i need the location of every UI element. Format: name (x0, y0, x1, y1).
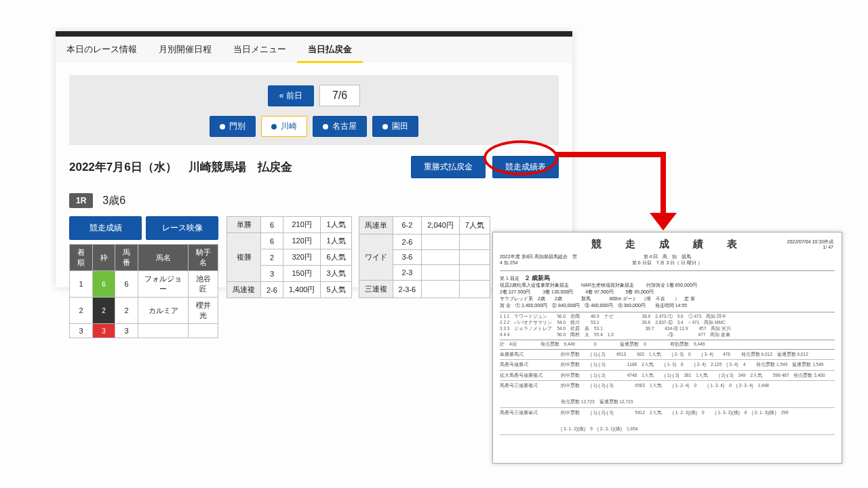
annotation-arrow (660, 152, 666, 216)
radio-dot-icon (382, 124, 388, 129)
col-num: 馬番 (115, 245, 138, 271)
col-horse: 馬名 (138, 245, 189, 271)
col-rank: 着順 (70, 245, 93, 271)
finish-table: 着順 枠 馬番 馬名 騎手名 166フォルジョー池谷匠 222カルミア櫻井光 3… (69, 244, 218, 338)
doc-bet-block: 馬番号三連勝複式的中票数( 1)-( 2)-( 3)6503 1人気( 1- 2… (500, 381, 835, 408)
doc-horse-row: 3 3 3 ジェラノメトレア 54.0 佐原 美 53.1 38.7 434-④… (500, 326, 835, 332)
doc-bet-block: 単勝勝馬式的中票数( 1)-( 2)4513603 1人気( 2- 3) 0( … (500, 350, 835, 360)
result-sheet-document: 2022/07/04 10:33作成 1/ 47 競 走 成 績 表 2022年… (492, 232, 842, 464)
page-title: 2022年7月6日（水） 川崎競馬場 払戻金 (69, 159, 292, 175)
venue-kawasaki[interactable]: 川崎 (261, 116, 307, 137)
doc-meet: 第 4 回 高 知 競馬 (612, 253, 724, 260)
doc-bet-block: 馬番号連勝式的中票数( 1)-( 2)1188 2人気( 1- 3) 8( 2-… (500, 360, 835, 370)
nav-tabs: 本日のレース情報 月別開催日程 当日メニュー 当日払戻金 (56, 37, 572, 63)
prev-day-button[interactable]: « 前日 (268, 85, 314, 106)
radio-dot-icon (220, 124, 225, 129)
race-number-badge: 1R (69, 193, 93, 208)
payout-tables: 単勝6210円1人気 複勝6120円1人気 2320円6人気 3150円3人気 … (226, 216, 490, 298)
table-row[interactable]: 166フォルジョー池谷匠 (70, 271, 218, 298)
doc-horse-row: 1 1 1 ラワードジュン 56.0 赤岡 48.9 ナビ 38.9 2,473… (500, 314, 835, 320)
tab-monthly-schedule[interactable]: 月別開催日程 (148, 37, 222, 63)
multi-win-payout-button[interactable]: 重勝式払戻金 (411, 156, 486, 178)
tab-today-payout[interactable]: 当日払戻金 (297, 37, 363, 63)
venue-sonoda[interactable]: 園田 (372, 116, 418, 137)
filter-panel: « 前日 7/6 門別 川崎 名古屋 園田 (69, 75, 559, 145)
table-row[interactable]: 222カルミア櫻井光 (70, 298, 218, 324)
doc-title: 競 走 成 績 表 (500, 238, 835, 251)
doc-org: 2022年度 第4回 高知県競馬組合 営 (500, 253, 612, 260)
doc-horse-row: 4 4 4 56.0 岡村 太 55.4 1.0 -③ 477 高知 倉兼 (500, 332, 835, 338)
doc-bet-block: 拡大馬番号連勝複式的中票数( 1)-( 2)4748 1人気( 1)-( 3) … (500, 371, 835, 381)
venue-nagoya[interactable]: 名古屋 (313, 116, 367, 137)
radio-dot-icon (323, 124, 328, 129)
tab-today-race[interactable]: 本日のレース情報 (56, 37, 148, 63)
date-display[interactable]: 7/6 (319, 85, 360, 106)
venue-monbetsu[interactable]: 門別 (210, 116, 256, 137)
payout-table-right: 馬連単6-22,040円7人気 ワイド2-6 3-6 2-3 三連複2-3-6 (359, 216, 490, 298)
doc-bet-block: 馬番号三連勝単式的中票数( 1)-( 2)-( 3)5412 2人気( 1- 2… (500, 408, 835, 435)
col-jockey: 騎手名 (189, 245, 218, 271)
race-name: 3歳6 (102, 194, 125, 208)
race-result-button[interactable]: 競走成績 (69, 216, 142, 240)
annotation-arrow (555, 152, 666, 157)
race-video-button[interactable]: レース映像 (146, 216, 218, 240)
tab-today-menu[interactable]: 当日メニュー (222, 37, 297, 63)
arrow-head-icon (650, 213, 677, 230)
venue-buttons: 門別 川崎 名古屋 園田 (80, 116, 548, 137)
doc-day: 第 6 日目 7 月 3 日（ 日 曜日 ） (612, 260, 724, 266)
col-waku: 枠 (93, 245, 115, 271)
race-result-sheet-button[interactable]: 競走成績表 (492, 156, 559, 178)
doc-horse-row: 2 2 2 パパオクサマリン 54.0 西川 53.1 36.6 2,837-②… (500, 320, 835, 326)
doc-org-code: 4 知 254 (500, 260, 612, 266)
table-row[interactable]: 333 (70, 324, 218, 338)
doc-page: 1/ 47 (787, 245, 834, 250)
radio-dot-icon (271, 124, 277, 129)
payout-table-left: 単勝6210円1人気 複勝6120円1人気 2320円6人気 3150円3人気 … (226, 216, 352, 298)
doc-total: 計 4頭 発売票数 9,449 0 返還票数 0 有効票数 9,449 (500, 340, 835, 350)
doc-timestamp: 2022/07/04 10:33作成 (787, 239, 834, 245)
window-top-bar (56, 31, 572, 37)
